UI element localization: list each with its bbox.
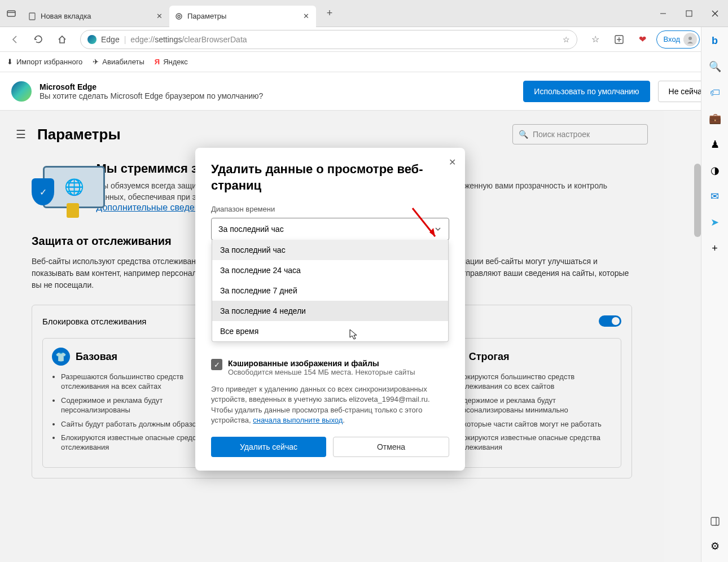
clear-data-modal: ✕ Удалить данные о просмотре веб-страниц… <box>195 148 465 471</box>
dropdown-option-7d[interactable]: За последние 7 дней <box>212 280 448 301</box>
banner-title: Microsoft Edge <box>40 82 515 91</box>
address-bar[interactable]: Edge | edge://settings/clearBrowserData … <box>80 30 577 49</box>
office-icon[interactable]: ◑ <box>706 161 724 179</box>
telegram-icon[interactable]: ➤ <box>706 213 724 231</box>
profile-button[interactable]: Вход <box>656 30 700 49</box>
add-sidebar-button[interactable]: + <box>706 239 724 257</box>
cursor-icon <box>348 328 358 341</box>
dropdown-option-24h[interactable]: За последние 24 часа <box>212 260 448 280</box>
favorites-button[interactable]: ☆ <box>585 29 606 50</box>
shopping-icon[interactable]: 🏷 <box>706 84 724 102</box>
home-button[interactable] <box>52 29 72 50</box>
close-button[interactable] <box>702 0 728 27</box>
profile-label: Вход <box>664 35 680 43</box>
scrollbar[interactable] <box>694 164 701 237</box>
dropdown-list: За последний час За последние 24 часа За… <box>212 240 449 342</box>
svg-rect-0 <box>7 11 15 16</box>
fav-yandex[interactable]: ЯЯндекс <box>155 58 188 66</box>
performance-button[interactable]: ❤ <box>633 29 653 50</box>
tab-label: Параметры <box>187 12 226 20</box>
import-icon: ⬇ <box>7 58 13 66</box>
bing-icon[interactable]: b <box>706 32 724 50</box>
addr-brand: Edge <box>101 35 120 44</box>
outlook-icon[interactable]: ✉ <box>706 187 724 205</box>
svg-point-3 <box>176 14 182 19</box>
dropdown-option-all[interactable]: Все время <box>212 321 448 341</box>
modal-close-button[interactable]: ✕ <box>449 157 456 168</box>
svg-point-4 <box>178 15 180 17</box>
sidebar-toggle-icon[interactable] <box>706 512 724 530</box>
tab-overview-icon <box>7 9 16 18</box>
new-tab-button[interactable]: + <box>318 2 341 25</box>
banner-subtitle: Вы хотите сделать Microsoft Edge браузер… <box>40 91 515 100</box>
cache-title: Кэшированные изображения и файлы <box>228 359 415 368</box>
cancel-button[interactable]: Отмена <box>333 437 449 457</box>
favorites-bar: ⬇Импорт избранного ✈Авиабилеты ЯЯндекс <box>0 52 728 72</box>
tab-close-button[interactable]: ✕ <box>301 12 310 21</box>
star-icon[interactable]: ☆ <box>563 35 570 44</box>
modal-title: Удалить данные о просмотре веб-страниц <box>211 161 449 194</box>
edge-logo-icon <box>11 81 32 102</box>
tab-label: Новая вкладка <box>41 12 91 20</box>
maximize-button[interactable] <box>676 0 702 27</box>
dropdown-option-4w[interactable]: За последние 4 недели <box>212 301 448 321</box>
default-browser-banner: Microsoft Edge Вы хотите сделать Microso… <box>0 72 728 111</box>
dropdown-selected: За последний час <box>218 225 284 234</box>
set-default-button[interactable]: Использовать по умолчанию <box>523 81 650 102</box>
cache-checkbox[interactable]: ✓ <box>211 359 222 370</box>
annotation-arrow <box>410 205 444 245</box>
edge-brand-icon <box>87 35 97 44</box>
modal-note: Это приведет к удалению данных со всех с… <box>211 384 449 425</box>
games-icon[interactable]: ♟ <box>706 135 724 153</box>
fav-aviasales[interactable]: ✈Авиабилеты <box>93 58 144 66</box>
refresh-button[interactable] <box>28 29 49 50</box>
svg-point-12 <box>688 37 692 40</box>
search-sidebar-icon[interactable]: 🔍 <box>706 58 724 76</box>
minimize-button[interactable] <box>650 0 676 27</box>
tools-icon[interactable]: 💼 <box>706 109 724 128</box>
svg-rect-6 <box>686 11 692 16</box>
cache-subtitle: Освободится меньше 154 МБ места. Некотор… <box>228 368 415 376</box>
tab-overview-button[interactable] <box>0 0 23 27</box>
page-icon <box>28 12 36 20</box>
settings-sidebar-icon[interactable]: ⚙ <box>706 537 724 555</box>
titlebar: Новая вкладка ✕ Параметры ✕ + <box>0 0 728 27</box>
svg-rect-13 <box>711 517 719 525</box>
tab-new[interactable]: Новая вкладка ✕ <box>23 6 169 27</box>
tab-settings[interactable]: Параметры ✕ <box>169 6 316 27</box>
tab-close-button[interactable]: ✕ <box>155 12 164 21</box>
gear-icon <box>175 12 183 20</box>
clear-now-button[interactable]: Удалить сейчас <box>211 437 326 457</box>
back-button[interactable] <box>5 29 25 50</box>
yandex-icon: Я <box>155 58 160 66</box>
svg-rect-2 <box>29 13 35 20</box>
toolbar: Edge | edge://settings/clearBrowserData … <box>0 27 728 52</box>
plane-icon: ✈ <box>93 58 99 66</box>
sign-out-link[interactable]: сначала выполните выход <box>253 416 343 424</box>
collections-button[interactable] <box>609 29 629 50</box>
avatar-icon <box>683 33 697 46</box>
addr-separator: | <box>124 35 126 44</box>
addr-url: edge://settings/clearBrowserData <box>130 35 558 44</box>
import-favorites-button[interactable]: ⬇Импорт избранного <box>7 58 82 66</box>
window-controls <box>650 0 728 27</box>
sidebar: b 🔍 🏷 💼 ♟ ◑ ✉ ➤ + ⚙ <box>701 27 728 562</box>
